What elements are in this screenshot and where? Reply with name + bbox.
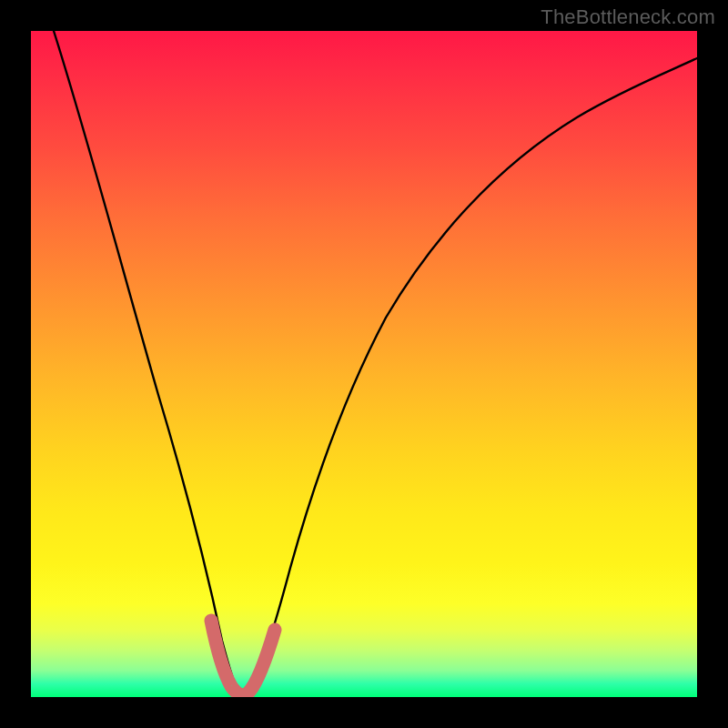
chart-frame: TheBottleneck.com xyxy=(0,0,728,728)
plot-area xyxy=(31,31,697,697)
curve-layer xyxy=(31,31,697,697)
watermark-text: TheBottleneck.com xyxy=(541,5,715,29)
bottleneck-curve xyxy=(54,31,697,695)
